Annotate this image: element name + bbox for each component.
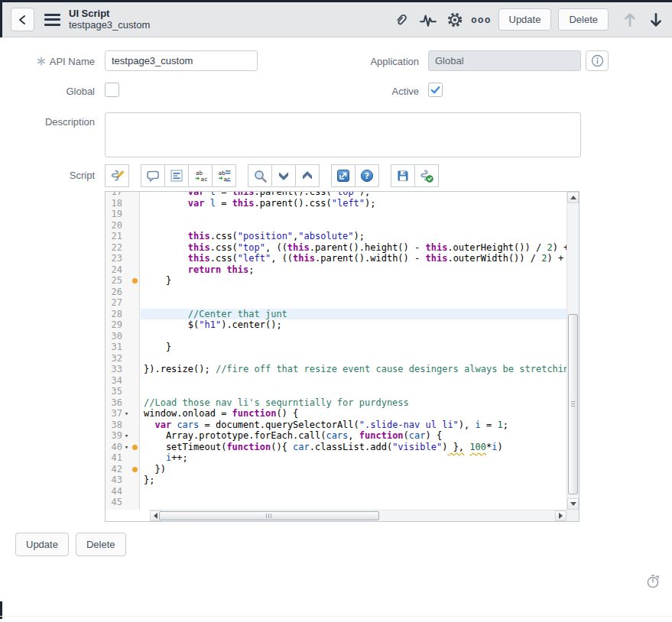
code-line[interactable] <box>141 220 566 232</box>
code-line[interactable]: i++; <box>141 452 566 464</box>
application-input[interactable] <box>428 50 581 71</box>
gutter-line-32[interactable]: 32 <box>106 353 139 364</box>
form-context-menu-icon[interactable] <box>44 14 60 26</box>
gutter-line-43[interactable]: 43 <box>106 475 139 486</box>
code-line[interactable]: } <box>141 342 566 353</box>
gutter-line-18[interactable]: 18 <box>106 198 139 209</box>
gutter-line-17[interactable]: 17 <box>106 192 139 198</box>
activity-stream-button[interactable] <box>418 10 438 30</box>
update-button-bottom[interactable]: Update <box>15 533 69 556</box>
fold-arrow-icon[interactable]: ▾ <box>122 442 131 453</box>
update-button[interactable]: Update <box>498 8 552 31</box>
code-line[interactable]: }) <box>141 464 566 475</box>
find-previous-button[interactable] <box>295 164 320 187</box>
code-line[interactable] <box>141 209 566 220</box>
replace-all-button[interactable]: abac <box>212 164 236 187</box>
delete-button-bottom[interactable]: Delete <box>76 533 126 556</box>
code-line[interactable]: this.css("top", ((this.parent().height()… <box>141 242 566 254</box>
global-checkbox[interactable] <box>105 83 119 97</box>
search-button[interactable] <box>248 164 272 187</box>
response-time-button[interactable] <box>643 571 663 591</box>
code-line[interactable]: var t = this.parent().css("top"); <box>141 192 566 198</box>
code-line[interactable] <box>141 497 566 508</box>
code-line[interactable]: //Load those nav li's sequrntially for p… <box>141 397 566 409</box>
code-line[interactable] <box>141 375 566 387</box>
code-line[interactable] <box>141 297 566 309</box>
gutter-line-27[interactable]: 27 <box>106 297 139 309</box>
edit-macro-button[interactable] <box>105 164 129 187</box>
code-line[interactable]: setTimeout(function(){ car.classList.add… <box>141 442 566 453</box>
editor-code-area[interactable]: var t = this.parent().css("top"); var l … <box>141 192 566 510</box>
gutter-line-26[interactable]: 26 <box>106 287 139 298</box>
gutter-line-34[interactable]: 34 <box>106 375 139 387</box>
gutter-line-44[interactable]: 44 <box>106 486 139 497</box>
editor-horizontal-scrollbar[interactable] <box>150 510 566 521</box>
gutter-line-39[interactable]: 39▾ <box>106 430 139 442</box>
more-options-button[interactable]: ooo <box>472 10 492 30</box>
editor-vertical-scrollbar[interactable] <box>566 192 579 510</box>
gutter-line-30[interactable]: 30 <box>106 331 139 342</box>
comment-button[interactable] <box>141 164 165 187</box>
gutter-line-22[interactable]: 22 <box>106 242 139 254</box>
code-line[interactable]: return this; <box>141 264 566 276</box>
fold-arrow-icon[interactable]: ▾ <box>122 408 131 420</box>
api-name-input[interactable] <box>105 50 258 71</box>
scroll-down-button[interactable] <box>567 498 579 510</box>
description-textarea[interactable] <box>105 112 581 157</box>
attachment-button[interactable] <box>391 10 411 30</box>
code-line[interactable]: Array.prototype.forEach.call(cars, funct… <box>141 430 566 442</box>
code-line[interactable] <box>141 331 566 342</box>
gutter-line-36[interactable]: 36 <box>106 397 139 409</box>
previous-record-button[interactable] <box>620 10 640 30</box>
gutter-line-35[interactable]: 35 <box>106 386 139 397</box>
code-line[interactable] <box>141 287 566 298</box>
save-button[interactable] <box>391 164 415 187</box>
gutter-line-19[interactable]: 19 <box>106 209 139 220</box>
replace-button[interactable]: abac <box>188 164 213 187</box>
code-line[interactable]: var l = this.parent().css("left"); <box>141 198 566 209</box>
gutter-line-41[interactable]: 41 <box>106 452 139 464</box>
code-line[interactable]: }; <box>141 475 566 486</box>
gutter-line-33[interactable]: 33 <box>106 364 139 375</box>
delete-button[interactable]: Delete <box>558 8 609 31</box>
next-record-button[interactable] <box>646 10 666 30</box>
gutter-line-20[interactable]: 20 <box>106 220 139 232</box>
code-line[interactable] <box>141 386 566 397</box>
pop-out-button[interactable] <box>331 164 355 187</box>
active-checkbox[interactable] <box>428 83 443 97</box>
code-line[interactable]: }).resize(); //fire off that resize even… <box>141 364 566 375</box>
code-line[interactable]: } <box>141 275 566 287</box>
application-info-button[interactable] <box>586 50 609 71</box>
code-line[interactable]: this.css("position","absolute"); <box>141 231 566 242</box>
back-button[interactable] <box>11 8 34 31</box>
horizontal-scroll-thumb[interactable] <box>159 511 379 520</box>
scroll-up-button[interactable] <box>567 192 579 203</box>
settings-button[interactable] <box>445 10 465 30</box>
editor-gutter[interactable]: 1718192021222324252627282930313233343536… <box>106 192 140 510</box>
gutter-line-21[interactable]: 21 <box>106 231 139 242</box>
gutter-line-23[interactable]: 23 <box>106 253 139 264</box>
code-line-active[interactable]: //Center that junt <box>141 309 566 320</box>
gutter-line-25[interactable]: 25 <box>106 275 139 287</box>
gutter-line-37[interactable]: 37▾ <box>106 408 139 420</box>
scroll-right-button[interactable] <box>555 510 566 521</box>
vertical-scroll-thumb[interactable] <box>568 314 578 494</box>
gutter-line-28[interactable]: 28 <box>106 309 139 320</box>
gutter-line-24[interactable]: 24 <box>106 264 139 276</box>
help-button[interactable]: ? <box>355 164 379 187</box>
fold-arrow-icon[interactable]: ▾ <box>122 430 131 442</box>
find-next-button[interactable] <box>271 164 296 187</box>
gutter-line-38[interactable]: 38 <box>106 420 139 431</box>
gutter-line-42[interactable]: 42 <box>106 464 139 475</box>
code-line[interactable]: this.css("left", ((this.parent().width()… <box>141 253 566 264</box>
code-line[interactable]: window.onload = function() { <box>141 408 566 420</box>
gutter-line-40[interactable]: 40▾ <box>106 442 139 453</box>
syntax-check-button[interactable] <box>414 164 439 187</box>
code-line[interactable]: $("h1").center(); <box>141 319 566 331</box>
code-line[interactable] <box>141 353 566 364</box>
gutter-line-31[interactable]: 31 <box>106 342 139 353</box>
code-line[interactable]: var cars = document.querySelectorAll(".s… <box>141 420 566 431</box>
gutter-line-29[interactable]: 29 <box>106 319 139 331</box>
code-line[interactable] <box>141 486 566 497</box>
gutter-line-45[interactable]: 45 <box>106 497 139 508</box>
